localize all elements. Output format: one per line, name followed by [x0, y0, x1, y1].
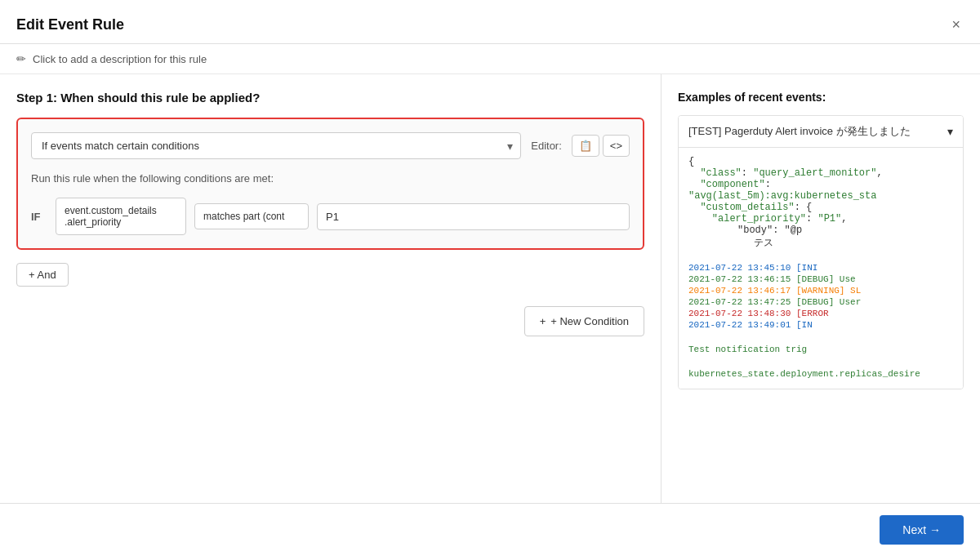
if-label: IF — [31, 211, 47, 223]
recent-events-title: Examples of recent events: — [678, 91, 964, 104]
log-line-4: 2021-07-22 13:47:25 [DEBUG] User — [688, 297, 953, 307]
document-editor-button[interactable]: 📋 — [572, 135, 599, 157]
operator-select-wrapper: matches part (cont — [194, 203, 309, 229]
close-button[interactable]: × — [948, 13, 964, 37]
log-line-2: 2021-07-22 13:46:15 [DEBUG] Use — [688, 274, 953, 284]
editor-buttons: 📋 <> — [572, 135, 630, 157]
condition-if-row: IF event.custom_details.alert_priority m… — [31, 198, 630, 235]
document-icon: 📋 — [579, 140, 592, 152]
and-button[interactable]: + And — [16, 263, 69, 287]
event-item: [TEST] Pagerduty Alert invoice が発生しました ▾… — [678, 115, 964, 389]
modal-title: Edit Event Rule — [16, 16, 124, 33]
log-line-1: 2021-07-22 13:45:10 [INI — [688, 263, 953, 273]
json-alert-key: "alert_priority" — [712, 213, 806, 225]
new-condition-row: + + New Condition — [16, 306, 644, 336]
description-row: ✏ Click to add a description for this ru… — [0, 44, 980, 74]
plus-icon: + — [540, 315, 546, 327]
field-selector[interactable]: event.custom_details.alert_priority — [56, 198, 186, 235]
condition-box: If events match certain conditions ▾ Edi… — [16, 118, 644, 250]
modal-body: Step 1: When should this rule be applied… — [0, 74, 980, 503]
event-item-body: { "class": "query_alert_monitor", "compo… — [679, 147, 963, 389]
right-panel: Examples of recent events: [TEST] Pagerd… — [662, 74, 980, 503]
edit-event-rule-modal: Edit Event Rule × ✏ Click to add a descr… — [0, 0, 980, 556]
log-line-6: 2021-07-22 13:49:01 [IN — [688, 320, 953, 330]
code-editor-button[interactable]: <> — [603, 135, 630, 157]
and-button-row: + And — [16, 263, 644, 287]
condition-type-select[interactable]: If events match certain conditions — [31, 132, 521, 159]
new-condition-button[interactable]: + + New Condition — [524, 306, 644, 336]
log-line-3: 2021-07-22 13:46:17 [WARNING] SL — [688, 286, 953, 296]
description-text[interactable]: Click to add a description for this rule — [33, 53, 207, 65]
next-label: Next → — [902, 523, 941, 536]
left-panel: Step 1: When should this rule be applied… — [0, 74, 662, 503]
conditions-met-text: Run this rule when the following conditi… — [31, 172, 630, 185]
condition-selector-row: If events match certain conditions ▾ Edi… — [31, 132, 630, 159]
json-alert-value: "P1" — [817, 213, 841, 225]
pencil-icon: ✏ — [16, 52, 26, 65]
json-custom-key: "custom_details" — [688, 202, 795, 213]
log-line-5: 2021-07-22 13:48:30 [ERROR — [688, 309, 953, 318]
editor-label: Editor: — [531, 140, 562, 152]
modal-footer: Next → — [0, 503, 980, 556]
modal-header: Edit Event Rule × — [0, 0, 980, 44]
json-class-key: "class" — [688, 167, 742, 179]
event-item-header[interactable]: [TEST] Pagerduty Alert invoice が発生しました ▾ — [679, 116, 963, 147]
json-class-value: "query_alert_monitor" — [753, 167, 876, 179]
json-component-key: "component" — [688, 179, 765, 190]
kubernetes-line: kubernetes_state.deployment.replicas_des… — [688, 369, 953, 379]
value-input[interactable] — [317, 203, 630, 230]
chevron-down-icon: ▾ — [947, 125, 953, 138]
operator-select[interactable]: matches part (cont — [194, 203, 309, 229]
next-button[interactable]: Next → — [880, 515, 964, 545]
new-condition-label: + New Condition — [550, 315, 629, 327]
code-icon: <> — [610, 140, 622, 152]
condition-select-wrapper: If events match certain conditions ▾ — [31, 132, 521, 159]
json-component-value: "avg(last_5m):avg:kubernetes_sta — [688, 190, 876, 202]
step-title: Step 1: When should this rule be applied… — [16, 91, 644, 105]
test-notification-line: Test notification trig — [688, 345, 953, 354]
event-item-title: [TEST] Pagerduty Alert invoice が発生しました — [688, 124, 947, 139]
